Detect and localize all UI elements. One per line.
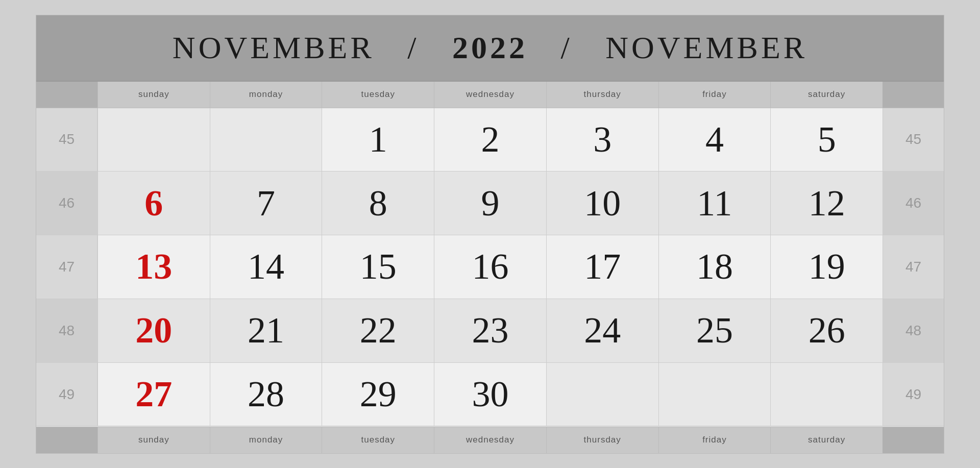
day-cell-empty-thu [546, 363, 658, 426]
day-cell-28: 28 [210, 363, 322, 426]
corner-top-right [883, 82, 944, 108]
footer-wednesday: wednesday [434, 427, 546, 453]
month-right: NOVEMBER [605, 30, 807, 65]
day-cell-23: 23 [434, 299, 546, 362]
week-row-47: 47 13 14 15 16 17 18 19 47 [36, 235, 944, 299]
week-row-49: 49 27 28 29 30 49 [36, 363, 944, 427]
week-number-49-right: 49 [883, 363, 944, 426]
day-cell-10: 10 [546, 171, 658, 235]
week-number-45-left: 45 [36, 108, 97, 171]
day-cell-21: 21 [210, 299, 322, 362]
calendar-year: 2022 [452, 30, 528, 65]
day-cell-4: 4 [658, 108, 771, 171]
day-cell-18: 18 [658, 235, 771, 299]
day-cell-22: 22 [322, 299, 434, 362]
footer-friday: friday [658, 427, 771, 453]
day-cell-26: 26 [770, 299, 883, 362]
day-cell-27: 27 [97, 363, 210, 426]
week-row-45: 45 1 2 3 4 5 45 [36, 108, 944, 172]
day-cell-24: 24 [546, 299, 658, 362]
header-thursday: thursday [546, 82, 658, 108]
week-number-48-right: 48 [883, 299, 944, 362]
week-number-46-right: 46 [883, 171, 944, 235]
day-cell-12: 12 [770, 171, 883, 235]
day-cell-15: 15 [322, 235, 434, 299]
calendar-header: NOVEMBER / 2022 / NOVEMBER [36, 15, 944, 82]
day-headers-top: sunday monday tuesday wednesday thursday… [36, 82, 944, 108]
corner-top-left [36, 82, 97, 108]
day-cell-7: 7 [210, 171, 322, 235]
day-cell-30: 30 [434, 363, 546, 426]
corner-bottom-right [883, 427, 944, 453]
week-row-48: 48 20 21 22 23 24 25 26 48 [36, 299, 944, 363]
header-saturday: saturday [770, 82, 883, 108]
day-cell-5: 5 [770, 108, 883, 171]
day-cell-6: 6 [97, 171, 210, 235]
day-cell-14: 14 [210, 235, 322, 299]
day-cell-11: 11 [658, 171, 771, 235]
calendar-title: NOVEMBER / 2022 / NOVEMBER [173, 30, 807, 66]
week-number-49-left: 49 [36, 363, 97, 426]
day-cell-3: 3 [546, 108, 658, 171]
footer-sunday: sunday [97, 427, 210, 453]
day-cell-29: 29 [322, 363, 434, 426]
week-number-47-right: 47 [883, 235, 944, 299]
day-cell-empty-1 [97, 108, 210, 171]
day-cell-19: 19 [770, 235, 883, 299]
day-cell-2: 2 [434, 108, 546, 171]
footer-tuesday: tuesday [322, 427, 434, 453]
day-cell-16: 16 [434, 235, 546, 299]
month-left: NOVEMBER [173, 30, 375, 65]
week-row-46: 46 6 7 8 9 10 11 12 46 [36, 171, 944, 235]
header-sunday: sunday [97, 82, 210, 108]
day-cell-9: 9 [434, 171, 546, 235]
footer-monday: monday [210, 427, 322, 453]
separator-2: / [561, 30, 573, 65]
day-cell-8: 8 [322, 171, 434, 235]
day-cell-20: 20 [97, 299, 210, 362]
calendar-body: sunday monday tuesday wednesday thursday… [36, 82, 944, 453]
header-wednesday: wednesday [434, 82, 546, 108]
day-cell-empty-2 [210, 108, 322, 171]
footer-saturday: saturday [770, 427, 883, 453]
day-cell-13: 13 [97, 235, 210, 299]
header-friday: friday [658, 82, 771, 108]
day-headers-bottom: sunday monday tuesday wednesday thursday… [36, 427, 944, 453]
day-cell-17: 17 [546, 235, 658, 299]
day-cell-empty-fri [658, 363, 771, 426]
header-monday: monday [210, 82, 322, 108]
header-tuesday: tuesday [322, 82, 434, 108]
day-cell-1: 1 [322, 108, 434, 171]
separator-1: / [407, 30, 419, 65]
footer-thursday: thursday [546, 427, 658, 453]
week-number-47-left: 47 [36, 235, 97, 299]
week-number-48-left: 48 [36, 299, 97, 362]
weeks-container: 45 1 2 3 4 5 45 46 6 7 8 9 10 11 12 46 [36, 108, 944, 427]
calendar: NOVEMBER / 2022 / NOVEMBER sunday monday… [36, 15, 944, 454]
week-number-45-right: 45 [883, 108, 944, 171]
day-cell-25: 25 [658, 299, 771, 362]
corner-bottom-left [36, 427, 97, 453]
day-cell-empty-sat [770, 363, 883, 426]
week-number-46-left: 46 [36, 171, 97, 235]
